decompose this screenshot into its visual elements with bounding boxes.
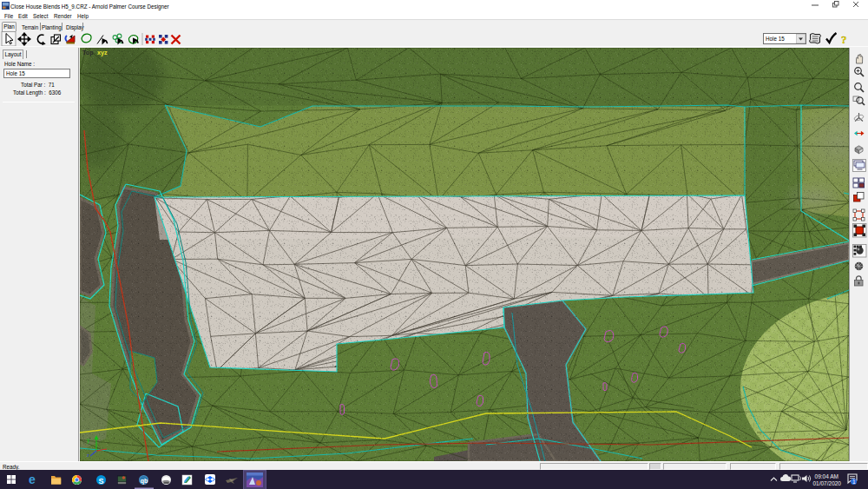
- svg-text:?: ?: [841, 33, 847, 46]
- svg-text:xyz: xyz: [97, 49, 108, 56]
- svg-text:Top: Top: [82, 49, 94, 56]
- svg-text:1: 1: [852, 479, 856, 485]
- svg-text:qb: qb: [141, 478, 148, 485]
- svg-text:09:04 AM: 09:04 AM: [815, 473, 838, 479]
- svg-text:01/07/2020: 01/07/2020: [812, 480, 841, 486]
- svg-text:S: S: [98, 477, 103, 486]
- svg-text:e: e: [29, 472, 36, 486]
